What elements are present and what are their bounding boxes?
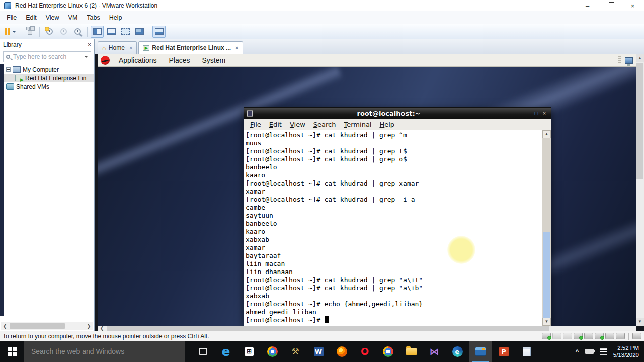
library-search-input[interactable] — [13, 53, 84, 60]
terminal-line: muus — [246, 139, 542, 147]
scroll-left-icon[interactable]: ❮ — [1, 324, 9, 329]
clock[interactable]: 2:52 PM 5/13/2020 — [613, 344, 639, 358]
close-button[interactable]: × — [621, 0, 644, 11]
tree-item-shared-vms[interactable]: Shared VMs — [4, 82, 94, 91]
fullscreen-exit-icon[interactable] — [632, 333, 641, 339]
menu-vm[interactable]: VM — [64, 12, 83, 23]
tray-chevron-icon[interactable]: ^ — [575, 348, 579, 355]
scroll-thumb[interactable] — [107, 326, 549, 331]
action-center-icon[interactable] — [600, 348, 607, 355]
scroll-down-icon[interactable]: ▼ — [542, 318, 551, 326]
revert-snapshot-icon — [60, 28, 67, 35]
terminal-maximize-button[interactable]: □ — [532, 110, 540, 116]
redhat-menu-icon[interactable] — [101, 56, 110, 65]
scroll-up-icon[interactable]: ▲ — [542, 130, 551, 138]
library-search[interactable] — [3, 51, 91, 62]
scroll-thumb[interactable] — [543, 232, 550, 318]
taskbar-edge-new[interactable]: e — [446, 341, 469, 362]
expander-icon[interactable] — [6, 67, 11, 72]
taskbar-notepad[interactable] — [515, 341, 538, 362]
taskbar-visual-studio[interactable]: ⋈ — [423, 341, 446, 362]
display-icon[interactable] — [616, 333, 625, 339]
printer-icon[interactable] — [584, 333, 593, 339]
menu-help[interactable]: Help — [105, 12, 127, 23]
manage-snapshots-button[interactable] — [71, 26, 84, 38]
taskbar-word[interactable]: W — [307, 341, 330, 362]
tree-item-my-computer[interactable]: My Computer — [4, 65, 94, 74]
terminal-menu-edit[interactable]: Edit — [265, 121, 286, 128]
scroll-thumb[interactable] — [10, 323, 65, 329]
menu-tabs[interactable]: Tabs — [82, 12, 104, 23]
menu-edit[interactable]: Edit — [21, 12, 41, 23]
terminal-minimize-button[interactable]: – — [524, 110, 532, 116]
hard-disk-icon[interactable] — [542, 333, 551, 339]
tab-close-icon[interactable]: × — [235, 45, 238, 51]
show-library-button[interactable] — [91, 26, 104, 38]
revert-snapshot-button[interactable] — [57, 26, 70, 38]
tree-item-red-hat-enterprise-lin[interactable]: Red Hat Enterprise Lin — [4, 74, 94, 82]
terminal-titlebar[interactable]: root@localhost:~ – □ × — [244, 108, 551, 119]
gnome-menu-applications[interactable]: Applications — [113, 56, 163, 64]
taskbar-opera[interactable]: O — [353, 341, 376, 362]
terminal-scrollbar[interactable]: ▲ ▼ — [542, 130, 551, 326]
taskbar-chrome-2[interactable] — [376, 341, 399, 362]
terminal-menu-view[interactable]: View — [286, 121, 309, 128]
ctrl-alt-del-button[interactable] — [23, 26, 36, 38]
search-dropdown-icon[interactable] — [84, 56, 88, 58]
terminal-menu-terminal[interactable]: Terminal — [340, 121, 376, 128]
taskbar-firefox[interactable] — [330, 341, 353, 362]
cd-rom-icon[interactable] — [552, 333, 561, 339]
take-snapshot-button[interactable] — [43, 26, 56, 38]
taskbar-file-explorer[interactable] — [399, 341, 423, 362]
network-icon[interactable] — [574, 333, 583, 339]
battery-icon[interactable] — [585, 349, 594, 354]
scroll-left-icon[interactable]: ❮ — [98, 326, 106, 331]
taskbar-store[interactable]: ⊞ — [237, 341, 261, 362]
toolbar-separator — [149, 27, 149, 37]
tab-red-hat-enterprise-linux[interactable]: ▶Red Hat Enterprise Linux ...× — [138, 41, 243, 54]
vm-vscrollbar[interactable]: ▲ ▼ — [636, 54, 644, 326]
terminal-body[interactable]: [root@localhost ~]# cat khudrad | grep ^… — [244, 130, 551, 326]
terminal-menu-file[interactable]: File — [246, 121, 265, 128]
taskbar-search-input[interactable] — [24, 347, 185, 355]
minimize-button[interactable]: – — [576, 0, 599, 11]
computer-monitor-icon[interactable] — [625, 57, 633, 64]
restore-button[interactable] — [599, 0, 621, 11]
taskbar-edge[interactable]: e — [214, 341, 237, 362]
gnome-menu-system[interactable]: System — [196, 56, 232, 64]
sound-icon[interactable] — [595, 333, 604, 339]
library-close-icon[interactable]: × — [88, 41, 91, 48]
terminal-menu-search[interactable]: Search — [309, 121, 340, 128]
floppy-icon[interactable] — [563, 333, 572, 339]
status-message: To return to your computer, move the mou… — [3, 333, 209, 340]
toolbar-separator — [87, 27, 88, 37]
guest-screen[interactable]: ApplicationsPlacesSystem root@localhost:… — [98, 54, 636, 326]
taskbar-search[interactable] — [24, 341, 185, 362]
unity-view-button[interactable] — [105, 26, 118, 38]
start-button[interactable] — [0, 341, 24, 362]
taskbar-chrome[interactable] — [261, 341, 284, 362]
taskbar-admin-tools[interactable]: ⚒ — [284, 341, 307, 362]
usb-icon[interactable] — [605, 333, 614, 339]
tab-home[interactable]: ⌂Home× — [98, 41, 137, 54]
scroll-down-icon[interactable]: ▼ — [636, 318, 644, 326]
terminal-menu-help[interactable]: Help — [375, 121, 398, 128]
scroll-up-icon[interactable]: ▲ — [636, 54, 644, 62]
menu-file[interactable]: File — [2, 12, 21, 23]
taskbar-powerpoint[interactable]: P — [492, 341, 515, 362]
vm-hscrollbar[interactable]: ❮ — [98, 326, 636, 331]
gnome-menu-places[interactable]: Places — [163, 56, 196, 64]
full-screen-button[interactable] — [119, 26, 132, 38]
menu-view[interactable]: View — [41, 12, 64, 23]
library-hscrollbar[interactable]: ❮ ❯ — [1, 322, 93, 330]
taskbar-vmware[interactable] — [469, 341, 492, 362]
tab-close-icon[interactable]: × — [129, 45, 132, 51]
show-console-button[interactable] — [152, 26, 166, 38]
terminal-close-button[interactable]: × — [540, 110, 548, 116]
taskbar-task-view[interactable] — [191, 341, 214, 362]
console-view-button[interactable] — [133, 26, 146, 38]
panel-drag-handle[interactable] — [618, 56, 621, 64]
scroll-right-icon[interactable]: ❯ — [85, 324, 93, 329]
scroll-thumb[interactable] — [636, 63, 643, 179]
pause-button[interactable] — [4, 26, 17, 38]
